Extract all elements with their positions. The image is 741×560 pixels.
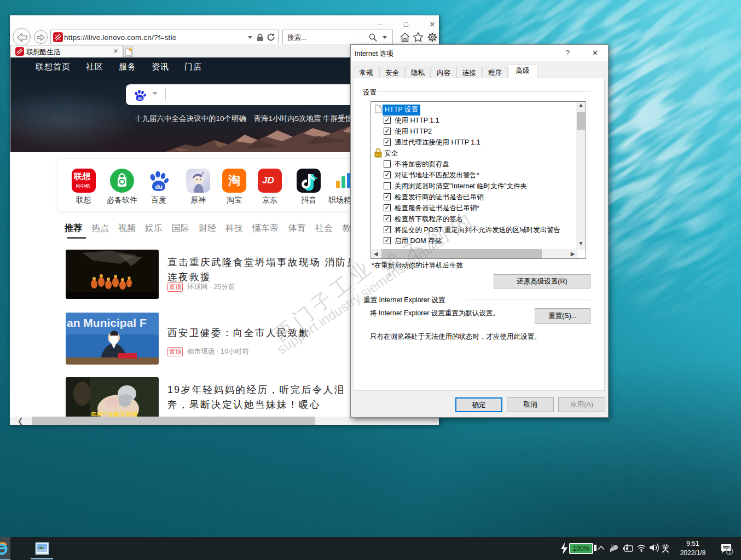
svg-text:du: du xyxy=(155,183,163,190)
svg-text:1: 1 xyxy=(728,549,731,555)
svg-text:du: du xyxy=(138,96,143,100)
svg-text:an Municipal F: an Municipal F xyxy=(67,316,147,329)
svg-text:年轻**太极无所谓: 年轻**太极无所谓 xyxy=(90,411,138,417)
